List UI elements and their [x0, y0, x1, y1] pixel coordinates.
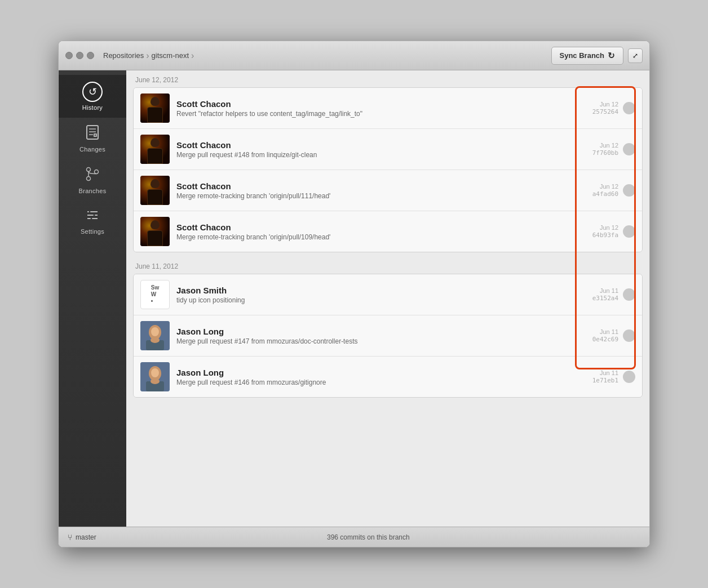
svg-point-21	[151, 337, 160, 343]
commits-container-june12: Scott Chacon Revert "refactor helpers to…	[133, 87, 643, 252]
commit-message: Merge pull request #148 from linquize/gi…	[176, 151, 579, 159]
expand-icon: ⤢	[632, 52, 638, 60]
main-content: ↺ History Changes	[59, 70, 649, 527]
commit-date: Jun 11	[600, 369, 618, 376]
maximize-button[interactable]	[87, 52, 94, 59]
commit-message: Revert "refactor helpers to use content_…	[176, 110, 579, 118]
commit-row[interactable]: Scott Chacon Merge remote-tracking branc…	[134, 170, 642, 211]
svg-point-7	[87, 168, 91, 172]
commit-author: Scott Chacon	[176, 181, 579, 191]
sidebar-item-history[interactable]: ↺ History	[59, 75, 126, 118]
commit-row[interactable]: Scott Chacon Merge remote-tracking branc…	[134, 211, 642, 252]
avatar	[140, 217, 170, 246]
svg-point-24	[151, 368, 159, 377]
commit-expand-dot[interactable]	[623, 288, 635, 301]
commit-info: Scott Chacon Merge remote-tracking branc…	[176, 222, 579, 241]
breadcrumb-repo[interactable]: gitscm-next	[152, 51, 189, 60]
sidebar-label-history: History	[82, 104, 103, 111]
branch-info: ⑂ master	[68, 533, 96, 542]
commit-date: Jun 11	[600, 287, 618, 294]
sidebar-label-settings: Settings	[81, 228, 104, 235]
close-button[interactable]	[65, 52, 73, 59]
commit-message: Merge pull request #146 from mmozuras/gi…	[176, 378, 579, 386]
commit-meta: Jun 11 1e71eb1	[579, 369, 618, 384]
commit-date: Jun 11	[600, 328, 618, 335]
titlebar: Repositories › gitscm-next › Sync Branch…	[59, 41, 649, 70]
commit-expand-dot[interactable]	[623, 143, 635, 155]
avatar	[140, 176, 170, 205]
breadcrumb-separator-1: ›	[146, 51, 149, 61]
sidebar-label-branches: Branches	[79, 188, 107, 194]
commit-message: Merge remote-tracking branch 'origin/pul…	[176, 192, 579, 200]
traffic-lights	[65, 52, 94, 59]
commit-count-label: 396 commits on this branch	[96, 533, 640, 541]
breadcrumb: Repositories › gitscm-next ›	[103, 51, 551, 61]
svg-point-9	[95, 170, 99, 174]
commit-author: Jason Long	[176, 327, 579, 336]
commit-hash: 2575264	[592, 108, 618, 115]
commit-expand-dot[interactable]	[623, 225, 635, 238]
avatar	[140, 321, 170, 350]
commit-row[interactable]: SwW• Jason Smith tidy up icon positionin…	[134, 274, 642, 315]
commit-info: Scott Chacon Merge remote-tracking branc…	[176, 181, 579, 200]
commit-expand-dot[interactable]	[623, 371, 635, 383]
commit-group-june11: June 11, 2012 SwW• Jason Smith tidy up i…	[126, 257, 649, 398]
commit-meta: Jun 12 64b93fa	[579, 224, 618, 239]
svg-point-19	[151, 327, 159, 336]
avatar: SwW•	[140, 280, 170, 309]
commit-date: Jun 12	[600, 224, 618, 231]
commit-meta: Jun 12 7f760bb	[579, 142, 618, 157]
settings-icon	[85, 208, 100, 226]
commit-info: Scott Chacon Revert "refactor helpers to…	[176, 99, 579, 118]
commit-meta: Jun 12 2575264	[579, 101, 618, 115]
breadcrumb-separator-2: ›	[191, 51, 194, 61]
sidebar: ↺ History Changes	[59, 70, 126, 527]
breadcrumb-repositories[interactable]: Repositories	[103, 51, 144, 60]
commit-meta: Jun 12 a4fad60	[579, 183, 618, 198]
branch-name: master	[76, 533, 96, 541]
commit-row[interactable]: Scott Chacon Merge pull request #148 fro…	[134, 129, 642, 170]
commit-row[interactable]: Jason Long Merge pull request #146 from …	[134, 357, 642, 397]
expand-button[interactable]: ⤢	[628, 48, 643, 63]
all-commits-wrapper: June 12, 2012	[126, 70, 649, 398]
commit-info: Jason Smith tidy up icon positioning	[176, 286, 579, 304]
commit-date: Jun 12	[600, 142, 618, 149]
commit-row[interactable]: Scott Chacon Revert "refactor helpers to…	[134, 88, 642, 129]
svg-point-8	[87, 177, 91, 181]
avatar	[140, 135, 170, 164]
minimize-button[interactable]	[76, 52, 83, 59]
svg-point-26	[151, 378, 160, 384]
commit-expand-dot[interactable]	[623, 329, 635, 342]
avatar-initials: SwW•	[151, 284, 159, 305]
commit-hash: a4fad60	[592, 190, 618, 198]
commit-author: Jason Long	[176, 368, 579, 377]
commit-message: tidy up icon positioning	[176, 296, 579, 304]
commit-meta: Jun 11 0e42c69	[579, 328, 618, 343]
commit-info: Jason Long Merge pull request #147 from …	[176, 327, 579, 345]
commit-message: Merge remote-tracking branch 'origin/pul…	[176, 233, 579, 241]
sidebar-item-changes[interactable]: Changes	[59, 118, 126, 159]
commit-row[interactable]: Jason Long Merge pull request #147 from …	[134, 315, 642, 357]
group-date-june12: June 12, 2012	[126, 70, 649, 87]
commit-author: Jason Smith	[176, 286, 579, 295]
branches-icon	[85, 166, 100, 185]
commit-hash: 1e71eb1	[592, 377, 618, 384]
sync-branch-button[interactable]: Sync Branch ↻	[551, 47, 623, 65]
commit-info: Jason Long Merge pull request #146 from …	[176, 368, 579, 386]
commit-author: Scott Chacon	[176, 99, 579, 109]
main-panel: June 12, 2012	[126, 70, 649, 527]
commit-group-june12: June 12, 2012	[126, 70, 649, 252]
commit-expand-dot[interactable]	[623, 184, 635, 197]
commit-message: Merge pull request #147 from mmozuras/do…	[176, 337, 579, 345]
app-window: Repositories › gitscm-next › Sync Branch…	[58, 41, 650, 547]
history-icon: ↺	[82, 82, 103, 102]
commit-expand-dot[interactable]	[623, 102, 635, 114]
sidebar-item-settings[interactable]: Settings	[59, 201, 126, 242]
avatar	[140, 362, 170, 391]
sidebar-item-branches[interactable]: Branches	[59, 159, 126, 201]
commit-hash: e3152a4	[592, 295, 618, 302]
sidebar-label-changes: Changes	[79, 146, 105, 153]
commit-meta: Jun 11 e3152a4	[579, 287, 618, 302]
commit-date: Jun 12	[600, 101, 618, 108]
branch-icon: ⑂	[68, 533, 72, 542]
